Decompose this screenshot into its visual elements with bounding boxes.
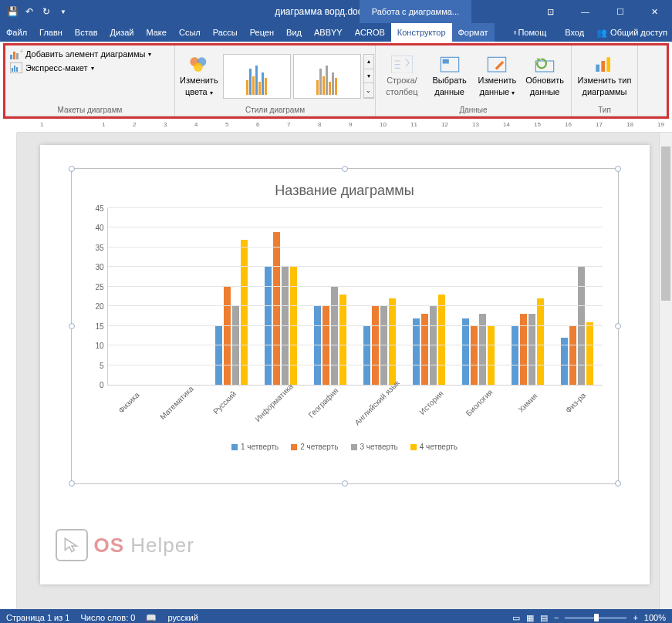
word-count[interactable]: Число слов: 0 xyxy=(80,613,135,623)
y-axis: 051015202530354045 xyxy=(87,204,107,389)
minimize-icon[interactable]: — xyxy=(568,0,603,23)
bar-group xyxy=(157,208,207,385)
bar[interactable] xyxy=(265,267,272,385)
save-icon[interactable]: 💾 xyxy=(6,5,19,18)
tab-9[interactable]: ABBYY xyxy=(308,23,349,42)
change-chart-type-button[interactable]: Изменить типдиаграммы xyxy=(576,56,633,97)
bar[interactable] xyxy=(224,287,231,385)
svg-rect-11 xyxy=(391,56,413,73)
tab-12[interactable]: Формат xyxy=(452,23,495,42)
selection-handle[interactable] xyxy=(342,166,348,172)
bar[interactable] xyxy=(282,267,289,385)
bar[interactable] xyxy=(462,318,469,386)
tab-3[interactable]: Дизай xyxy=(104,23,140,42)
legend-item[interactable]: 1 четверть xyxy=(231,443,279,451)
qat-customize-icon[interactable]: ▼ xyxy=(57,5,69,18)
tab-11[interactable]: Конструктор xyxy=(391,23,452,42)
legend-item[interactable]: 4 четверть xyxy=(410,443,458,451)
edit-data-button[interactable]: Изменитьданные ▾ xyxy=(476,56,519,97)
bar[interactable] xyxy=(512,326,518,385)
bar[interactable] xyxy=(488,326,495,385)
view-web-icon[interactable]: ▤ xyxy=(540,613,548,623)
tab-5[interactable]: Ссыл xyxy=(173,23,207,42)
tab-8[interactable]: Вид xyxy=(280,23,308,42)
bar[interactable] xyxy=(537,298,544,385)
share-button[interactable]: 👥 Общий доступ xyxy=(596,28,667,38)
select-data-button[interactable]: Выбратьданные xyxy=(428,56,471,97)
maximize-icon[interactable]: ☐ xyxy=(603,0,637,23)
legend-item[interactable]: 2 четверть xyxy=(291,443,338,451)
quick-layout-button[interactable]: Экспресс-макет ▾ xyxy=(10,62,94,73)
bar[interactable] xyxy=(241,240,248,385)
zoom-out-icon[interactable]: − xyxy=(554,613,559,622)
document-page[interactable]: Название диаграммы 051015202530354045 Фи… xyxy=(40,145,650,584)
group-label-data: Данные xyxy=(380,104,566,114)
legend-item[interactable]: 3 четверть xyxy=(351,443,398,451)
bar[interactable] xyxy=(471,326,478,385)
scrollbar-thumb[interactable] xyxy=(661,146,670,301)
vertical-scrollbar[interactable] xyxy=(659,133,672,609)
page-indicator[interactable]: Страница 1 из 1 xyxy=(6,613,69,623)
selection-handle[interactable] xyxy=(615,480,621,487)
selection-handle[interactable] xyxy=(615,166,621,172)
close-icon[interactable]: ✕ xyxy=(637,0,672,23)
language-indicator[interactable]: русский xyxy=(167,613,198,623)
selection-handle[interactable] xyxy=(615,323,621,329)
tab-4[interactable]: Маке xyxy=(140,23,172,42)
selection-handle[interactable] xyxy=(342,480,348,487)
zoom-slider[interactable] xyxy=(565,617,626,619)
vertical-ruler[interactable] xyxy=(0,133,17,609)
undo-icon[interactable]: ↶ xyxy=(23,5,35,18)
redo-icon[interactable]: ↻ xyxy=(40,5,52,18)
ribbon-options-icon[interactable]: ⊡ xyxy=(533,0,568,23)
bar[interactable] xyxy=(389,298,396,385)
legend-swatch xyxy=(291,444,297,450)
chart-styles-gallery[interactable]: ▴▾⌄ xyxy=(223,54,374,99)
ribbon-group-chart-styles: Изменить цвета ▾ ▴▾⌄ Стили диаграмм xyxy=(175,45,376,116)
ribbon-group-data: Строка/столбец Выбратьданные Изменитьдан… xyxy=(376,45,572,116)
switch-row-column-button[interactable]: Строка/столбец xyxy=(380,56,424,97)
bar[interactable] xyxy=(363,326,370,385)
bar[interactable] xyxy=(578,267,585,385)
bar[interactable] xyxy=(215,326,222,385)
tab-0[interactable]: Файл xyxy=(0,23,33,42)
selection-handle[interactable] xyxy=(69,323,75,329)
tab-1[interactable]: Главн xyxy=(33,23,69,42)
horizontal-ruler[interactable]: 112345678910111213141516171819 xyxy=(17,119,672,133)
bar[interactable] xyxy=(290,267,297,385)
chart-object[interactable]: Название диаграммы 051015202530354045 Фи… xyxy=(71,168,619,484)
ribbon-highlight-box: + Добавить элемент диаграммы ▾ Экспресс-… xyxy=(3,43,669,119)
help-tell-me[interactable]: ♀ Помощ xyxy=(505,23,552,42)
chart-plot-area[interactable]: 051015202530354045 xyxy=(87,208,603,386)
style-thumb-2[interactable] xyxy=(293,54,361,99)
bar[interactable] xyxy=(273,232,280,385)
chart-legend[interactable]: 1 четверть2 четверть3 четверть4 четверть xyxy=(87,443,603,451)
spellcheck-icon[interactable]: 📖 xyxy=(146,613,157,623)
tab-6[interactable]: Рассы xyxy=(207,23,244,42)
tab-2[interactable]: Встав xyxy=(69,23,104,42)
style-thumb-1[interactable] xyxy=(223,54,291,99)
switch-row-col-icon xyxy=(391,56,413,74)
tab-10[interactable]: ACROB xyxy=(349,23,391,42)
refresh-data-button[interactable]: Обновитьданные xyxy=(523,56,566,97)
selection-handle[interactable] xyxy=(69,166,75,172)
view-read-icon[interactable]: ▭ xyxy=(512,613,520,623)
bar[interactable] xyxy=(339,295,346,385)
zoom-level[interactable]: 100% xyxy=(644,613,666,622)
tab-7[interactable]: Рецен xyxy=(244,23,280,42)
bar[interactable] xyxy=(586,322,593,385)
zoom-in-icon[interactable]: + xyxy=(633,613,637,622)
selection-handle[interactable] xyxy=(69,480,75,487)
ribbon-group-chart-layouts: + Добавить элемент диаграммы ▾ Экспресс-… xyxy=(5,45,175,116)
gallery-spinner[interactable]: ▴▾⌄ xyxy=(363,54,374,99)
chart-title[interactable]: Название диаграммы xyxy=(87,183,603,199)
legend-swatch xyxy=(351,444,357,450)
bar[interactable] xyxy=(331,287,338,385)
change-colors-button[interactable]: Изменить цвета ▾ xyxy=(180,56,218,97)
bar[interactable] xyxy=(438,295,445,385)
view-print-icon[interactable]: ▦ xyxy=(526,613,534,623)
bar[interactable] xyxy=(569,326,576,385)
sign-in[interactable]: Вход xyxy=(559,23,590,42)
add-chart-element-button[interactable]: + Добавить элемент диаграммы ▾ xyxy=(10,49,151,59)
bar[interactable] xyxy=(413,318,420,386)
